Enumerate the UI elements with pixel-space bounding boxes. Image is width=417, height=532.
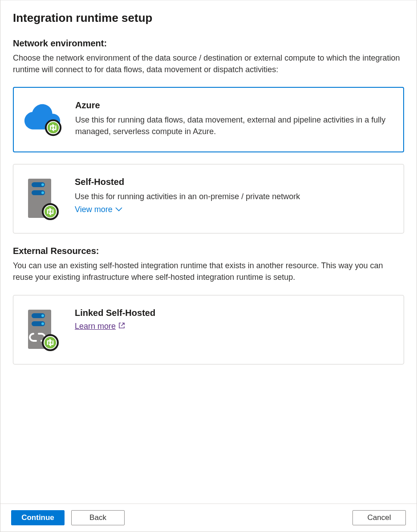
svg-point-6 [41, 192, 44, 194]
svg-point-4 [41, 184, 44, 186]
cancel-button[interactable]: Cancel [352, 510, 406, 525]
external-link-icon [118, 322, 125, 331]
card-desc-azure: Use this for running data flows, data mo… [75, 114, 393, 137]
card-title-linked-self-hosted: Linked Self-Hosted [75, 308, 394, 318]
back-button[interactable]: Back [71, 510, 125, 525]
page-title: Integration runtime setup [13, 11, 404, 25]
card-desc-self-hosted: Use this for running activities in an on… [75, 191, 394, 202]
section-desc-network: Choose the network environment of the da… [13, 52, 404, 75]
dialog-content: Integration runtime setup Network enviro… [0, 0, 417, 503]
dialog-footer: Continue Back Cancel [0, 503, 417, 532]
section-title-network: Network environment: [13, 38, 404, 49]
svg-point-13 [41, 322, 44, 325]
section-title-external: External Resources: [13, 246, 404, 256]
option-card-azure[interactable]: Azure Use this for running data flows, d… [13, 87, 404, 152]
continue-button[interactable]: Continue [11, 510, 65, 525]
view-more-label: View more [75, 205, 113, 214]
section-desc-external: You can use an existing self-hosted inte… [13, 260, 404, 283]
svg-point-1 [48, 122, 59, 133]
azure-cloud-icon [24, 100, 64, 137]
option-card-linked-self-hosted[interactable]: Linked Self-Hosted Learn more [13, 295, 404, 364]
view-more-link[interactable]: View more [75, 205, 122, 214]
learn-more-link[interactable]: Learn more [75, 322, 125, 331]
chevron-down-icon [115, 205, 122, 214]
card-title-azure: Azure [75, 100, 393, 110]
card-title-self-hosted: Self-Hosted [75, 177, 394, 187]
svg-point-11 [41, 314, 44, 317]
svg-point-8 [45, 206, 56, 217]
learn-more-label: Learn more [75, 322, 116, 331]
server-icon [23, 177, 63, 221]
svg-point-15 [45, 337, 56, 348]
option-card-self-hosted[interactable]: Self-Hosted Use this for running activit… [13, 164, 404, 233]
linked-server-icon [23, 308, 63, 352]
